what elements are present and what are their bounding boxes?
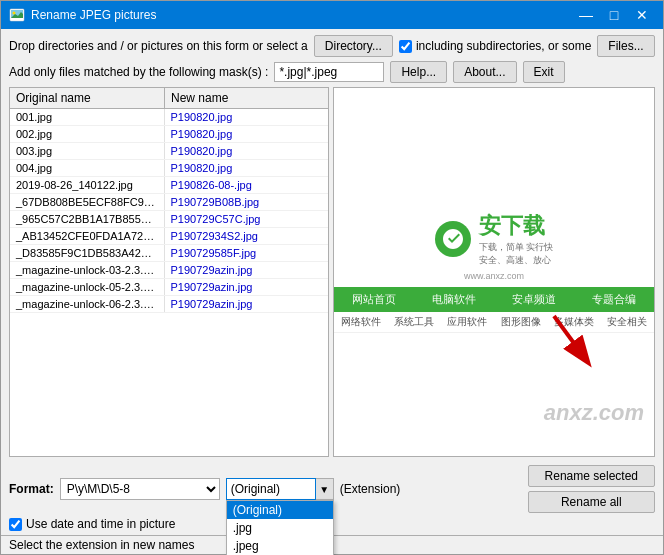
close-button[interactable]: ✕ — [629, 5, 655, 25]
title-bar: Rename JPEG pictures — □ ✕ — [1, 1, 663, 29]
ad-url: www.anxz.com — [464, 271, 524, 281]
rename-all-button[interactable]: Rename all — [528, 491, 655, 513]
subdirs-label: including subdirectories, or some — [416, 39, 591, 53]
ad-nav-item[interactable]: 专题合编 — [586, 290, 642, 309]
drop-label: Drop directories and / or pictures on th… — [9, 39, 308, 53]
red-arrow-icon — [539, 311, 599, 371]
dropdown-option[interactable]: .jpeg — [227, 537, 333, 555]
table-row[interactable]: _AB13452CFE0FDA1A7276...P19072934S2.jpg — [10, 228, 328, 245]
original-name: 003.jpg — [10, 143, 165, 159]
toolbar: Drop directories and / or pictures on th… — [1, 29, 663, 87]
extension-dropdown-menu: (Original).jpg.jpeg.JPG.JPEG(None) — [226, 500, 334, 555]
original-name: 004.jpg — [10, 160, 165, 176]
col-header-new: New name — [165, 88, 329, 108]
new-name: P190729C57C.jpg — [165, 211, 328, 227]
new-name: P190820.jpg — [165, 160, 328, 176]
use-date-text: Use date and time in picture — [26, 517, 175, 531]
window-title: Rename JPEG pictures — [31, 8, 573, 22]
table-row[interactable]: _D83585F9C1DB583A4250...P190729585F.jpg — [10, 245, 328, 262]
new-name: P190820.jpg — [165, 126, 328, 142]
files-button[interactable]: Files... — [597, 35, 654, 57]
original-name: _magazine-unlock-05-2.3.1... — [10, 279, 165, 295]
toolbar-row-1: Drop directories and / or pictures on th… — [9, 35, 655, 57]
file-list-body[interactable]: 001.jpgP190820.jpg002.jpgP190820.jpg003.… — [10, 109, 328, 456]
original-name: _D83585F9C1DB583A4250... — [10, 245, 165, 261]
toolbar-row-2: Add only files matched by the following … — [9, 61, 655, 83]
table-row[interactable]: 001.jpgP190820.jpg — [10, 109, 328, 126]
bottom-bar: Format: P\y\M\D\5-8 ▼ (Original).jpg.jpe… — [1, 461, 663, 535]
original-name: _AB13452CFE0FDA1A7276... — [10, 228, 165, 244]
app-icon — [9, 7, 25, 23]
original-name: _67DB808BE5ECF88FC9AD3... — [10, 194, 165, 210]
table-row[interactable]: 002.jpgP190820.jpg — [10, 126, 328, 143]
original-name: 2019-08-26_140122.jpg — [10, 177, 165, 193]
new-name: P190729azin.jpg — [165, 279, 328, 295]
original-name: _965C57C2BB1A17B855954... — [10, 211, 165, 227]
new-name: P19072934S2.jpg — [165, 228, 328, 244]
dropdown-container: ▼ (Original).jpg.jpeg.JPG.JPEG(None) — [226, 478, 334, 500]
new-name: P190729azin.jpg — [165, 296, 328, 312]
about-button[interactable]: About... — [453, 61, 516, 83]
ad-nav-item[interactable]: 网站首页 — [346, 290, 402, 309]
extension-dropdown-arrow[interactable]: ▼ — [316, 478, 334, 500]
table-row[interactable]: 2019-08-26_140122.jpgP190826-08-.jpg — [10, 177, 328, 194]
original-name: 002.jpg — [10, 126, 165, 142]
ad-watermark: anxz.com — [544, 400, 644, 426]
ad-logo: 安下载 — [479, 211, 554, 241]
original-name: _magazine-unlock-06-2.3.1... — [10, 296, 165, 312]
preview-content: 安下载 下载，简单 实行快 安全、高速、放心 www.anxz.com 网站首页… — [334, 88, 654, 456]
original-name: 001.jpg — [10, 109, 165, 125]
dropdown-option[interactable]: (Original) — [227, 501, 333, 519]
subdirs-checkbox[interactable] — [399, 40, 412, 53]
mask-label: Add only files matched by the following … — [9, 65, 268, 79]
ad-subnav-item[interactable]: 系统工具 — [390, 314, 438, 330]
table-row[interactable]: 004.jpgP190820.jpg — [10, 160, 328, 177]
extension-dropdown-input[interactable] — [226, 478, 316, 500]
format-row-1: Format: P\y\M\D\5-8 ▼ (Original).jpg.jpe… — [9, 465, 655, 513]
new-name: P190729585F.jpg — [165, 245, 328, 261]
new-name: P190826-08-.jpg — [165, 177, 328, 193]
use-date-checkbox[interactable] — [9, 518, 22, 531]
format-label: Format: — [9, 482, 54, 496]
directory-button[interactable]: Directory... — [314, 35, 393, 57]
table-row[interactable]: _magazine-unlock-03-2.3.1...P190729azin.… — [10, 262, 328, 279]
content-area: Original name New name 001.jpgP190820.jp… — [1, 87, 663, 461]
ad-subnav-item[interactable]: 网络软件 — [337, 314, 385, 330]
ad-subnav-item[interactable]: 应用软件 — [443, 314, 491, 330]
main-window: Rename JPEG pictures — □ ✕ Drop director… — [0, 0, 664, 555]
col-header-original: Original name — [10, 88, 165, 108]
original-name: _magazine-unlock-03-2.3.1... — [10, 262, 165, 278]
mask-input[interactable] — [274, 62, 384, 82]
svg-line-5 — [554, 316, 587, 361]
minimize-button[interactable]: — — [573, 5, 599, 25]
new-name: P190729azin.jpg — [165, 262, 328, 278]
maximize-button[interactable]: □ — [601, 5, 627, 25]
table-row[interactable]: _965C57C2BB1A17B855954...P190729C57C.jpg — [10, 211, 328, 228]
exit-button[interactable]: Exit — [523, 61, 565, 83]
table-row[interactable]: _67DB808BE5ECF88FC9AD3...P190729B08B.jpg — [10, 194, 328, 211]
dropdown-option[interactable]: .jpg — [227, 519, 333, 537]
help-button[interactable]: Help... — [390, 61, 447, 83]
preview-panel: 安下载 下载，简单 实行快 安全、高速、放心 www.anxz.com 网站首页… — [333, 87, 655, 457]
format-select[interactable]: P\y\M\D\5-8 — [60, 478, 220, 500]
file-list-header: Original name New name — [10, 88, 328, 109]
ad-tagline: 下载，简单 实行快 — [479, 241, 554, 254]
use-date-label[interactable]: Use date and time in picture — [9, 517, 175, 531]
window-controls: — □ ✕ — [573, 5, 655, 25]
table-row[interactable]: 003.jpgP190820.jpg — [10, 143, 328, 160]
new-name: P190820.jpg — [165, 143, 328, 159]
status-text: Select the extension in new names — [9, 538, 194, 552]
ad-nav-item[interactable]: 电脑软件 — [426, 290, 482, 309]
ad-nav-item[interactable]: 安卓频道 — [506, 290, 562, 309]
table-row[interactable]: _magazine-unlock-05-2.3.1...P190729azin.… — [10, 279, 328, 296]
new-name: P190820.jpg — [165, 109, 328, 125]
table-row[interactable]: _magazine-unlock-06-2.3.1...P190729azin.… — [10, 296, 328, 313]
ad-subtitle: 安全、高速、放心 — [479, 254, 554, 267]
rename-buttons: Rename selected Rename all — [528, 465, 655, 513]
ad-subnav: 网络软件系统工具应用软件图形图像多媒体类安全相关 — [334, 312, 654, 333]
subdirs-checkbox-label[interactable]: including subdirectories, or some — [399, 39, 591, 53]
ad-subnav-item[interactable]: 安全相关 — [603, 314, 651, 330]
ad-subnav-item[interactable]: 图形图像 — [497, 314, 545, 330]
rename-selected-button[interactable]: Rename selected — [528, 465, 655, 487]
ad-nav: 网站首页电脑软件安卓频道专题合编 — [334, 287, 654, 312]
